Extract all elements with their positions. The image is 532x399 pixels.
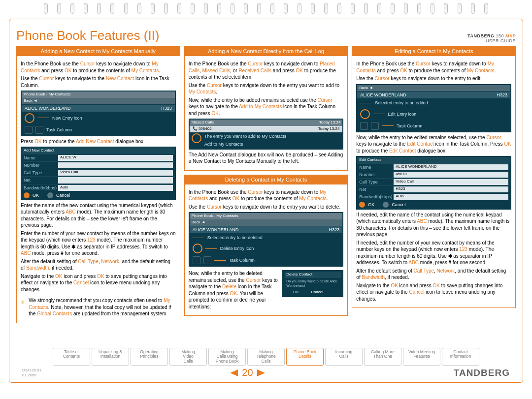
column-edit: Editing a Contact in My Contacts In the … [352, 46, 516, 323]
next-page-icon[interactable] [257, 369, 265, 376]
screenshot-add-contact-form: Add New Contact NameALICE W Number Call … [21, 147, 176, 200]
screenshot-my-contacts: Phone Book - My Contacts Back ◄ ALICE WO… [21, 91, 176, 136]
task-column-icon [25, 126, 33, 134]
ok-icon [24, 192, 30, 198]
section-heading: Adding a New Contact to My Contacts Manu… [16, 46, 180, 56]
nav-tab[interactable]: ContactInformation [442, 348, 479, 366]
spiral-binding [0, 3, 532, 17]
section-heading: Editing a Contact in My Contacts [352, 46, 516, 56]
nav-tab[interactable]: Video MeetingFeatures [403, 348, 440, 366]
svg-rect-1 [22, 303, 23, 304]
new-entry-icon [25, 113, 34, 123]
column-add-manual: Adding a New Contact to My Contacts Manu… [16, 46, 180, 323]
page-title: Phone Book Features (II) [16, 28, 159, 43]
nav-tab[interactable]: IncomingCalls [325, 348, 363, 366]
cancel-icon [383, 202, 389, 208]
manual-page: Phone Book Features (II) TANDBERG 150 MX… [0, 0, 532, 399]
edit-entry-icon [360, 109, 370, 119]
svg-line-3 [24, 301, 25, 302]
delete-entry-icon [193, 244, 202, 253]
nav-tabs: Table ofContentsUnpacking &InstallationO… [9, 348, 523, 366]
svg-line-2 [21, 301, 22, 302]
nav-tab[interactable]: Unpacking &Installation [92, 348, 129, 366]
screenshot-delete-contact: Phone Book - My Contacts Back ◄ ALICE WO… [189, 212, 344, 267]
section-heading: Adding a New Contact Directly from the C… [184, 46, 348, 56]
content-frame: Phone Book Features (II) TANDBERG 150 MX… [9, 19, 523, 383]
add-contact-icon [192, 133, 201, 143]
nav-tab[interactable]: Table ofContents [53, 348, 90, 366]
screenshot-missed-calls: Missed CallsToday 13:24 📞 558402Today 13… [189, 119, 344, 150]
section-heading: Deleting a Contact in My Contacts [184, 175, 348, 184]
ok-icon [286, 290, 291, 295]
brand-logo: TANDBERG [454, 368, 510, 378]
nav-tab[interactable]: MakingCalls UsingPhone Book [208, 348, 246, 366]
product-label: TANDBERG 150 MXP USER GUIDE [467, 33, 516, 43]
nav-tab[interactable]: MakingTelephoneCalls [247, 348, 285, 366]
page-footer: Table ofContentsUnpacking &InstallationO… [9, 348, 523, 380]
column-calllog-delete: Adding a New Contact Directly from the C… [184, 46, 348, 323]
nav-tab[interactable]: OperatingPrinciples [131, 348, 168, 366]
ok-icon [359, 202, 365, 208]
screenshot-edit-select: Back ◄ ALICE WONDERLANDH323 Selected ent… [356, 84, 511, 132]
prev-page-icon[interactable] [230, 369, 238, 376]
nav-tab[interactable]: Calling MoreThan One [364, 348, 401, 366]
doc-id: D14126.0101.2008 [22, 368, 41, 377]
lightbulb-icon [21, 296, 25, 309]
screenshot-confirm-delete: Delete Contact Do you really want to del… [282, 270, 343, 297]
cancel-icon [47, 192, 53, 198]
screenshot-edit-contact-form: Edit Contact NameALICE WONDERLAND Number… [356, 156, 511, 210]
svg-point-0 [22, 301, 24, 304]
page-number: 20 [230, 367, 265, 378]
nav-tab[interactable]: Phone BookDetails [286, 348, 324, 366]
cancel-icon [304, 290, 309, 295]
nav-tab[interactable]: MakingVideoCalls [169, 348, 207, 366]
tip-note: We strongly recommend that you copy cont… [21, 296, 176, 319]
